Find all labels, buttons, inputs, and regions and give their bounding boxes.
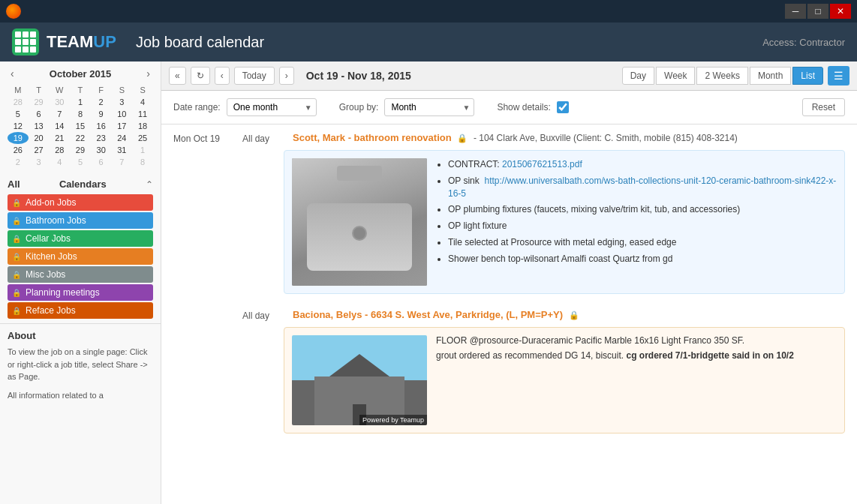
mini-cal-day[interactable]: 3 xyxy=(29,156,50,168)
logo-text: TEAMUP xyxy=(47,32,116,52)
back-back-button[interactable]: « xyxy=(169,67,186,85)
mini-cal-day[interactable]: 17 xyxy=(112,120,133,132)
show-details-checkbox[interactable] xyxy=(557,101,569,113)
mini-cal-day[interactable]: 24 xyxy=(112,132,133,144)
event-grout-text: grout ordered as recommended DG 14, bisc… xyxy=(436,350,794,361)
week-view-button[interactable]: Week xyxy=(656,67,695,85)
next-month-button[interactable]: › xyxy=(143,68,153,80)
contract-link[interactable]: 2015067621513.pdf xyxy=(502,159,582,170)
calendar-item-label: Reface Jobs xyxy=(26,305,76,316)
maximize-button[interactable]: □ xyxy=(807,4,828,19)
about-title: About xyxy=(8,330,153,341)
mini-cal-day[interactable]: 27 xyxy=(29,144,50,156)
sink-faucet xyxy=(337,166,382,181)
mini-cal-day[interactable]: 23 xyxy=(91,132,112,144)
refresh-button[interactable]: ↻ xyxy=(191,67,210,85)
mini-cal-day[interactable]: 18 xyxy=(132,120,153,132)
prev-month-button[interactable]: ‹ xyxy=(8,68,17,80)
event-title-2[interactable]: Baciona, Belys - 6634 S. West Ave, Parkr… xyxy=(293,309,563,320)
calendar-item-bathroom-jobs[interactable]: 🔒Bathroom Jobs xyxy=(8,212,153,229)
today-button[interactable]: Today xyxy=(234,67,275,85)
mini-cal-day[interactable]: 6 xyxy=(91,156,112,168)
mini-cal-day[interactable]: 2 xyxy=(91,96,112,108)
bullet-light: OP light fixture xyxy=(448,220,837,232)
menu-button[interactable]: ☰ xyxy=(828,66,849,86)
two-weeks-view-button[interactable]: 2 Weeks xyxy=(696,67,747,85)
mini-cal-day[interactable]: 22 xyxy=(70,132,91,144)
date-range-select-wrapper: One month Two months One week ▼ xyxy=(227,98,317,116)
mini-cal-day[interactable]: 8 xyxy=(70,108,91,120)
bullet-sink: OP sink http://www.universalbath.com/ws-… xyxy=(448,175,837,200)
mini-cal-day[interactable]: 12 xyxy=(8,120,29,132)
mini-cal-day[interactable]: 4 xyxy=(132,96,153,108)
mini-cal-day[interactable]: 29 xyxy=(29,96,50,108)
day-view-button[interactable]: Day xyxy=(622,67,654,85)
mini-cal-day[interactable]: 30 xyxy=(91,144,112,156)
calendar-item-add-on-jobs[interactable]: 🔒Add-on Jobs xyxy=(8,194,153,211)
mini-cal-day[interactable]: 26 xyxy=(8,144,29,156)
date-range-label: Oct 19 - Nov 18, 2015 xyxy=(306,70,610,82)
event-text-2: FLOOR @prosource-Duraceramic Pacific Mar… xyxy=(436,335,794,425)
mini-cal-day[interactable]: 5 xyxy=(70,156,91,168)
day-header-f: F xyxy=(91,84,112,96)
calendar-item-misc-jobs[interactable]: 🔒Misc Jobs xyxy=(8,266,153,283)
event-time-1: All day xyxy=(242,132,284,144)
day-header-s: S xyxy=(112,84,133,96)
mini-cal-day[interactable]: 4 xyxy=(49,156,70,168)
mini-cal-day[interactable]: 14 xyxy=(49,120,70,132)
mini-cal-table: M T W T F S S 28293012345678910111213141… xyxy=(8,84,153,168)
building-roof xyxy=(329,354,389,376)
event-date-1: Mon Oct 19 xyxy=(173,132,233,144)
mini-cal-day[interactable]: 13 xyxy=(29,120,50,132)
mini-cal-day[interactable]: 5 xyxy=(8,108,29,120)
mini-cal-day[interactable]: 2 xyxy=(8,156,29,168)
mini-cal-day[interactable]: 7 xyxy=(112,156,133,168)
back-button[interactable]: ‹ xyxy=(215,67,230,85)
close-button[interactable]: ✕ xyxy=(830,4,851,19)
mini-cal-day[interactable]: 29 xyxy=(70,144,91,156)
mini-cal-day[interactable]: 19 xyxy=(8,132,29,144)
group-by-label: Group by: xyxy=(339,102,379,112)
reset-button[interactable]: Reset xyxy=(802,98,845,116)
calendar-item-kitchen-jobs[interactable]: 🔒Kitchen Jobs xyxy=(8,248,153,265)
mini-cal-day[interactable]: 21 xyxy=(49,132,70,144)
event-address-1: - 104 Clark Ave, Buxville (Client: C. Sm… xyxy=(474,133,738,143)
mini-cal-day[interactable]: 8 xyxy=(132,156,153,168)
event-title-1[interactable]: Scott, Mark - bathroom renovation xyxy=(293,132,452,143)
calendar-item-planning-meetings[interactable]: 🔒Planning meetings xyxy=(8,284,153,301)
month-view-button[interactable]: Month xyxy=(750,67,791,85)
sink-link[interactable]: http://www.universalbath.com/ws-bath-col… xyxy=(448,176,836,199)
mini-cal-day[interactable]: 11 xyxy=(132,108,153,120)
filter-bar: Date range: One month Two months One wee… xyxy=(161,91,857,124)
list-view-button[interactable]: List xyxy=(792,67,823,85)
mini-cal-day[interactable]: 16 xyxy=(91,120,112,132)
mini-cal-day[interactable]: 6 xyxy=(29,108,50,120)
group-by-select[interactable]: Month Week Day xyxy=(384,98,474,116)
mini-cal-day[interactable]: 10 xyxy=(112,108,133,120)
mini-cal-day[interactable]: 3 xyxy=(112,96,133,108)
mini-cal-day[interactable]: 25 xyxy=(132,132,153,144)
window-controls[interactable]: ─ □ ✕ xyxy=(785,4,851,19)
event-row-2: All day Baciona, Belys - 6634 S. West Av… xyxy=(173,309,845,321)
mini-cal-day[interactable]: 7 xyxy=(49,108,70,120)
calendar-item-cellar-jobs[interactable]: 🔒Cellar Jobs xyxy=(8,230,153,247)
mini-cal-day[interactable]: 30 xyxy=(49,96,70,108)
calendars-chevron[interactable]: ⌃ xyxy=(146,179,153,190)
mini-cal-day[interactable]: 15 xyxy=(70,120,91,132)
forward-button[interactable]: › xyxy=(279,67,294,85)
day-header-t: T xyxy=(29,84,50,96)
lock-icon: 🔒 xyxy=(12,271,21,279)
date-range-select[interactable]: One month Two months One week xyxy=(227,98,317,116)
mini-cal-day[interactable]: 9 xyxy=(91,108,112,120)
mini-cal-day[interactable]: 31 xyxy=(112,144,133,156)
mini-cal-day[interactable]: 20 xyxy=(29,132,50,144)
calendar-item-reface-jobs[interactable]: 🔒Reface Jobs xyxy=(8,302,153,319)
mini-cal-day[interactable]: 1 xyxy=(70,96,91,108)
main-layout: ‹ October 2015 › M T W T F S S xyxy=(0,62,857,504)
all-label[interactable]: All xyxy=(8,178,20,190)
minimize-button[interactable]: ─ xyxy=(785,4,806,19)
mini-cal-day[interactable]: 28 xyxy=(8,96,29,108)
mini-cal-day[interactable]: 1 xyxy=(132,144,153,156)
event-row-1: Mon Oct 19 All day Scott, Mark - bathroo… xyxy=(173,132,845,144)
mini-cal-day[interactable]: 28 xyxy=(49,144,70,156)
